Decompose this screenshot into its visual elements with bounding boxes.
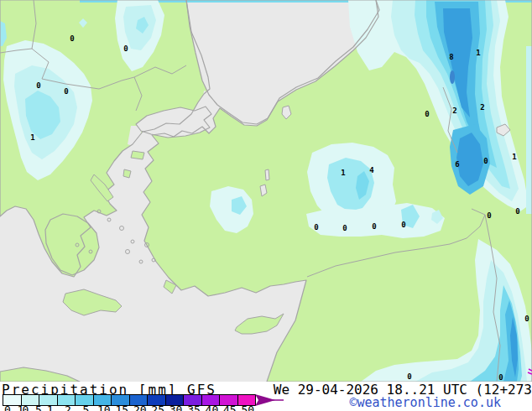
- map-canvas: 000018102260114000000000: [0, 0, 532, 382]
- precip-value-label: 0: [407, 372, 411, 381]
- precip-value-label: 6: [455, 160, 459, 169]
- precip-value-label: 1: [512, 153, 516, 161]
- precip-value-label: 0: [401, 221, 405, 229]
- precip-value-label: 4: [369, 166, 374, 174]
- precip-value-label: 2: [452, 107, 456, 115]
- colorbar-tick: 2: [65, 403, 71, 411]
- precip-value-label: 0: [70, 34, 74, 43]
- lesbos-island: [131, 151, 144, 159]
- colorbar-tick: 30: [170, 403, 183, 411]
- precip-value-label: 1: [341, 169, 345, 177]
- colorbar-tick: 20: [133, 403, 147, 411]
- copyright-credit: ©weatheronline.co.uk: [349, 395, 501, 410]
- colorbar-tick: 0.1: [4, 403, 23, 411]
- precip-value-label: 0: [524, 315, 529, 323]
- precip-value-label: 0: [342, 224, 347, 232]
- precipitation-map: 000018102260114000000000: [0, 0, 532, 382]
- precip-value-label: 0: [487, 211, 491, 220]
- precip-value-label: 0: [314, 223, 318, 232]
- precip-value-label: 0: [498, 373, 503, 382]
- precip-value-label: 0: [64, 87, 68, 96]
- precip-value-label: 0: [372, 222, 376, 231]
- precip-value-label: 2: [480, 103, 484, 112]
- colorbar-tick: 45: [223, 403, 237, 411]
- precip-value-label: 0: [515, 207, 519, 216]
- chios-island: [123, 169, 131, 178]
- precip-right-edge-strip: [526, 46, 532, 214]
- colorbar-tick: 5: [83, 403, 90, 411]
- colorbar-tick: 50: [241, 403, 254, 411]
- colorbar-tick: 35: [187, 403, 201, 411]
- precip-blob-ne-max: [450, 70, 455, 84]
- colorbar-tick: 10: [97, 403, 111, 411]
- precip-value-label: 1: [30, 133, 34, 142]
- colorbar-tick: 0.5: [22, 403, 41, 411]
- weather-map-screenshot: 000018102260114000000000 Precipitation […: [0, 0, 532, 411]
- colorbar-tick: 15: [115, 403, 128, 411]
- precip-value-label: 0: [123, 44, 128, 53]
- colorbar-tick: 25: [151, 403, 164, 411]
- precip-value-label: 0: [425, 110, 429, 118]
- colorbar-tick: 40: [206, 403, 219, 411]
- precip-value-label: 0: [483, 157, 488, 165]
- precip-value-label: 8: [449, 53, 453, 61]
- colorbar-ticks: 0.10.5125101520253035404550: [0, 405, 302, 411]
- precip-value-label: 1: [476, 49, 480, 57]
- colorbar-tick: 1: [47, 403, 54, 411]
- lake-egirdir: [265, 169, 269, 180]
- precip-value-label: 0: [36, 81, 40, 90]
